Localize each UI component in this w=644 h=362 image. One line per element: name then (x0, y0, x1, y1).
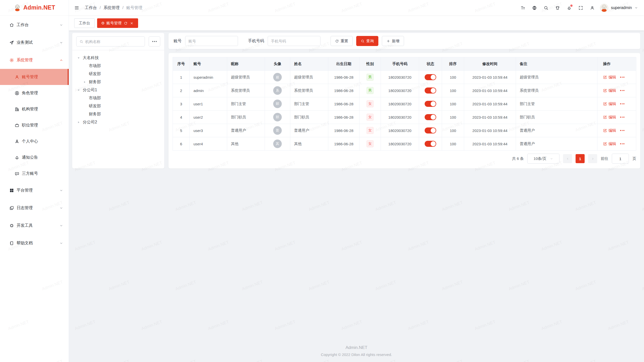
tab-bar: 工作台 账号管理 (69, 16, 644, 30)
status-toggle[interactable] (425, 87, 436, 94)
footer-copyright: Copyright © 2022 Dilon All rights reserv… (69, 352, 644, 357)
monk-logo-icon (14, 4, 21, 12)
search-button[interactable]: 查询 (356, 36, 378, 46)
add-button[interactable]: 新增 (382, 36, 404, 46)
menu-fold-icon[interactable] (74, 5, 79, 10)
sidebar-item-help-docs[interactable]: 帮助文档 (0, 234, 69, 252)
sidebar-item-business-test[interactable]: 业务测试 (0, 34, 69, 51)
breadcrumb-item[interactable]: 系统管理 (103, 5, 119, 11)
grid-icon (9, 188, 14, 193)
tree-node[interactable]: 市场部 (76, 94, 160, 102)
phone-filter-input[interactable] (268, 36, 320, 46)
tree-node[interactable]: 分公司2 (76, 118, 160, 126)
avatar: 其 (273, 140, 282, 148)
org-tree-panel: 大名科技 市场部 研发部 财务部 分公司1 (72, 33, 164, 168)
breadcrumb: 工作台 / 系统管理 / 账号管理 (85, 5, 142, 11)
row-more-button[interactable] (620, 90, 624, 91)
search-icon[interactable] (544, 6, 548, 10)
refresh-icon[interactable] (124, 21, 128, 25)
edit-button[interactable]: 编辑 (603, 75, 616, 80)
edit-button[interactable]: 编辑 (603, 102, 616, 106)
edit-button[interactable]: 编辑 (603, 88, 616, 93)
more-options-button[interactable] (149, 36, 160, 47)
caret-right-icon[interactable] (83, 80, 89, 84)
sidebar-item-third-party-account[interactable]: 三方账号 (0, 165, 69, 182)
table-header-row: 序号 账号 昵称 头像 姓名 出生日期 性别 手机号码 状态 排序 修改时间 备… (173, 57, 636, 71)
goto-page-input[interactable] (612, 154, 629, 164)
prev-page-button[interactable] (563, 154, 572, 163)
caret-down-icon[interactable] (77, 88, 83, 92)
briefcase-icon (15, 123, 19, 128)
status-toggle[interactable] (425, 74, 436, 80)
status-toggle[interactable] (425, 127, 436, 133)
account-table: 序号 账号 昵称 头像 姓名 出生日期 性别 手机号码 状态 排序 修改时间 备… (173, 57, 636, 151)
fullscreen-icon[interactable] (578, 6, 583, 10)
table-row: 4 user2 部门职员 部 部门职员 1986-06-28 女 1802003… (173, 111, 636, 124)
sidebar-item-position-management[interactable]: 职位管理 (0, 117, 69, 133)
sidebar-item-notice-announcement[interactable]: 通知公告 (0, 149, 69, 165)
sidebar-item-account-management[interactable]: 账号管理 (0, 69, 69, 85)
language-icon[interactable] (532, 6, 537, 10)
tree-node[interactable]: 大名科技 (76, 54, 160, 62)
row-more-button[interactable] (620, 117, 624, 118)
tree-node[interactable]: 市场部 (76, 62, 160, 70)
tree-node[interactable]: 分公司1 (76, 86, 160, 94)
edit-button[interactable]: 编辑 (603, 142, 616, 146)
breadcrumb-item[interactable]: 工作台 (85, 5, 97, 11)
person-icon (15, 139, 19, 144)
edit-button[interactable]: 编辑 (603, 128, 616, 133)
sidebar-item-log-management[interactable]: 日志管理 (0, 199, 69, 217)
sidebar-item-dev-tools[interactable]: 开发工具 (0, 217, 69, 234)
gender-badge: 女 (367, 114, 374, 121)
caret-right-icon[interactable] (77, 120, 83, 124)
row-more-button[interactable] (620, 143, 624, 144)
sidebar-item-system-management[interactable]: 系统管理 (0, 51, 69, 69)
status-toggle[interactable] (425, 101, 436, 107)
avatar: 超 (273, 73, 282, 81)
tree-node[interactable]: 研发部 (76, 70, 160, 78)
page-size-select[interactable]: 10条/页 (527, 154, 559, 164)
row-more-button[interactable] (620, 103, 624, 104)
tree-node[interactable]: 财务部 (76, 78, 160, 86)
avatar: 普 (273, 126, 282, 135)
notification-icon[interactable] (567, 6, 572, 10)
tab-account-management[interactable]: 账号管理 (97, 18, 138, 28)
logs-icon (9, 206, 14, 210)
profile-icon[interactable] (590, 6, 595, 10)
next-page-button[interactable] (588, 154, 597, 163)
sidebar-item-role-management[interactable]: 角色管理 (0, 85, 69, 101)
account-filter-input[interactable] (185, 36, 238, 46)
sidebar-item-org-management[interactable]: 机构管理 (0, 101, 69, 117)
close-icon[interactable] (130, 21, 134, 25)
edit-button[interactable]: 编辑 (603, 115, 616, 120)
main-area: 工作台 / 系统管理 / 账号管理 (69, 0, 644, 362)
page-number-button[interactable]: 1 (576, 154, 585, 163)
app-logo[interactable]: Admin.NET (0, 0, 69, 16)
table-row: 1 superadmin 超级管理员 超 超级管理员 1986-06-28 男 … (173, 71, 636, 84)
user-dropdown[interactable]: superadmin (600, 4, 638, 12)
sidebar-item-workbench[interactable]: 工作台 (0, 16, 69, 34)
home-icon (9, 23, 14, 27)
row-more-button[interactable] (620, 130, 624, 131)
active-tab-dot-icon (102, 22, 104, 24)
theme-icon[interactable] (555, 6, 560, 10)
caret-down-icon[interactable] (77, 56, 83, 60)
sidebar-item-platform-management[interactable]: 平台管理 (0, 182, 69, 199)
reset-button[interactable]: 重置 (331, 36, 353, 46)
sidebar-menu: 工作台 业务测试 系统管理 账号管理 角色管理 机构管理 职位管理 (0, 16, 69, 252)
font-size-icon[interactable] (520, 6, 525, 10)
app-name: Admin.NET (23, 4, 55, 11)
status-toggle[interactable] (425, 114, 436, 120)
search-icon (361, 39, 365, 43)
phone-filter-label: 手机号码 (248, 38, 264, 44)
row-more-button[interactable] (620, 77, 624, 78)
chevron-down-icon (550, 157, 553, 160)
tree-node[interactable]: 研发部 (76, 102, 160, 110)
status-toggle[interactable] (425, 141, 436, 147)
org-search-input[interactable] (85, 39, 142, 44)
sidebar-item-personal-center[interactable]: 个人中心 (0, 133, 69, 149)
filter-panel: 账号 手机号码 重置 查询 新增 (169, 33, 640, 49)
avatar (600, 4, 608, 12)
tree-node[interactable]: 财务部 (76, 110, 160, 118)
tab-workbench[interactable]: 工作台 (74, 18, 95, 28)
